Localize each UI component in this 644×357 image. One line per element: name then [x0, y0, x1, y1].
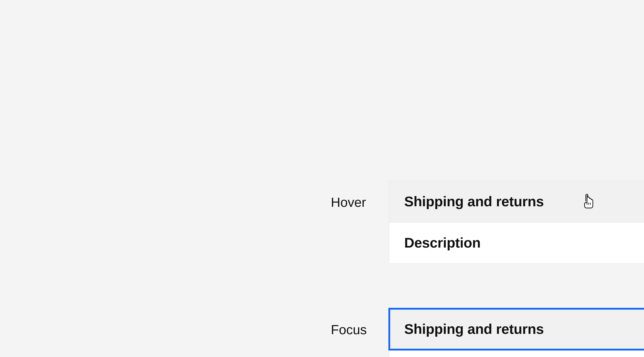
- accordion-item-title: Description: [404, 235, 480, 251]
- hover-example: Hover Shipping and returns Descript: [331, 181, 644, 264]
- state-label-focus: Focus: [331, 308, 389, 337]
- accordion-item-shipping[interactable]: Shipping and returns: [389, 309, 644, 349]
- state-label-hover: Hover: [331, 181, 389, 210]
- accordion-item-description[interactable]: Description: [389, 222, 644, 263]
- accordion-focus: Shipping and returns Description: [389, 308, 644, 357]
- focus-example: Focus Shipping and returns Description: [331, 308, 644, 357]
- pointer-cursor-icon: [582, 194, 595, 208]
- accordion-item-title: Shipping and returns: [404, 321, 544, 337]
- accordion-item-description[interactable]: Description: [389, 349, 644, 357]
- accordion-item-shipping[interactable]: Shipping and returns: [389, 181, 644, 222]
- component-states-demo: Hover Shipping and returns Descript: [199, 110, 644, 357]
- accordion-hover: Shipping and returns Description: [389, 181, 644, 264]
- accordion-item-title: Shipping and returns: [404, 194, 544, 210]
